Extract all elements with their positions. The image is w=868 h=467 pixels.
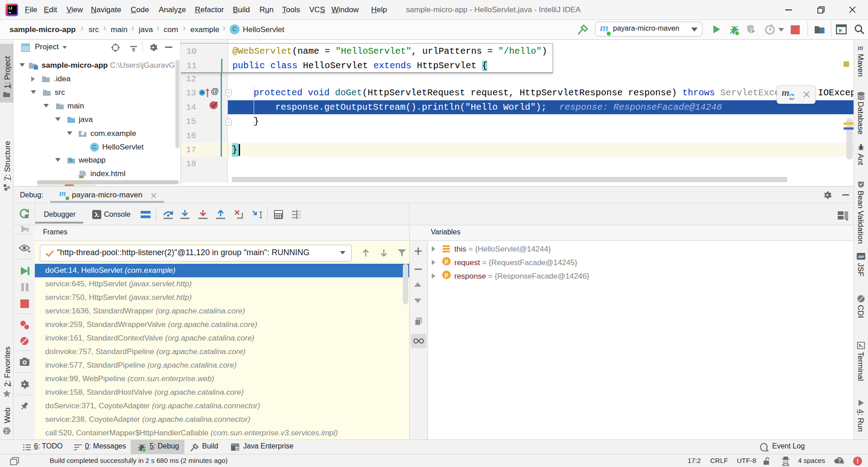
svg-text:?: ? bbox=[838, 458, 841, 464]
svg-text:9: 9 bbox=[26, 226, 29, 233]
svg-text:H: H bbox=[80, 175, 83, 179]
svg-text:EE: EE bbox=[235, 447, 239, 450]
svg-text:JSF: JSF bbox=[858, 255, 864, 259]
